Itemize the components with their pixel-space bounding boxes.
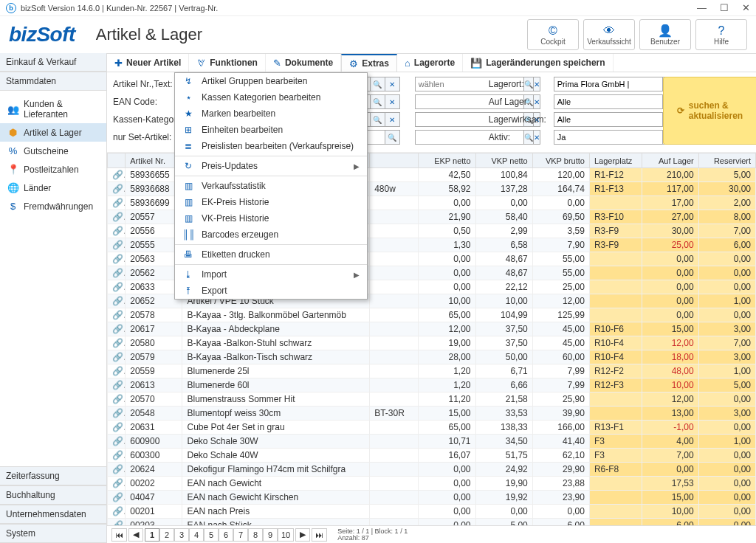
menu-item[interactable]: ▥Verkaufsstatistik bbox=[175, 178, 367, 194]
cell-lagerplatz[interactable]: R10-F4 bbox=[589, 350, 642, 364]
cell-auflager[interactable]: 6,00 bbox=[642, 519, 698, 526]
cell-lagerplatz[interactable]: R3-F9 bbox=[589, 224, 642, 238]
menu-item[interactable]: ↯Artikel Gruppen bearbeiten bbox=[175, 73, 367, 89]
cell-auflager[interactable]: 4,00 bbox=[642, 435, 698, 449]
cell-auflager[interactable]: 10,00 bbox=[642, 505, 698, 519]
benutzer-button[interactable]: 👤Benutzer bbox=[639, 19, 691, 50]
cell-lagerplatz[interactable] bbox=[589, 196, 642, 210]
col-ekp[interactable]: EKP netto bbox=[419, 153, 475, 168]
menu-item[interactable]: 🖶Etiketten drucken bbox=[175, 246, 367, 263]
sidebar-group-einkauf[interactable]: Einkauf & Verkauf bbox=[0, 53, 106, 72]
sidebar-item-artikel[interactable]: ⬢Artikel & Lager bbox=[0, 123, 106, 142]
table-row[interactable]: 🔗20580B-Kayaa -Balkon-Stuhl schwarz19,00… bbox=[108, 336, 756, 350]
cell-auflager[interactable]: 0,00 bbox=[642, 280, 698, 294]
cell-auflager[interactable]: 13,00 bbox=[642, 407, 698, 421]
cell-reserviert[interactable]: 6,00 bbox=[698, 238, 755, 252]
table-row[interactable]: 🔗20617B-Kayaa - Abdeckplane12,0037,5045,… bbox=[108, 322, 756, 336]
cell-reserviert[interactable]: 7,00 bbox=[698, 336, 755, 350]
cell-lagerplatz[interactable]: R6-F8 bbox=[589, 463, 642, 477]
cell-lagerplatz[interactable]: R12-F3 bbox=[589, 378, 642, 392]
col-icon[interactable] bbox=[108, 153, 126, 168]
cell-lagerplatz[interactable]: R1-F13 bbox=[589, 182, 642, 196]
cell-auflager[interactable]: 12,00 bbox=[642, 336, 698, 350]
cell-lagerplatz[interactable] bbox=[589, 491, 642, 505]
col-reserviert[interactable]: Reserviert bbox=[698, 153, 755, 168]
pager-prev[interactable]: ◀ bbox=[128, 528, 143, 542]
cell-lagerplatz[interactable]: F3 bbox=[589, 435, 642, 449]
cell-auflager[interactable]: 10,00 bbox=[642, 378, 698, 392]
minimize-button[interactable]: — bbox=[697, 2, 707, 13]
cell-auflager[interactable]: 48,00 bbox=[642, 364, 698, 378]
cell-lagerplatz[interactable] bbox=[589, 280, 642, 294]
pager-page[interactable]: 7 bbox=[233, 528, 248, 542]
cell-reserviert[interactable]: 0,00 bbox=[698, 463, 755, 477]
cell-lagerplatz[interactable]: R10-F4 bbox=[589, 336, 642, 350]
clear-icon[interactable]: ✕ bbox=[385, 77, 400, 91]
search-icon[interactable]: 🔍 bbox=[371, 94, 385, 109]
cell-reserviert[interactable]: 0,00 bbox=[698, 477, 755, 491]
sidebar-item-kunden[interactable]: 👥Kunden & Lieferanten bbox=[0, 95, 106, 123]
cell-auflager[interactable]: 0,00 bbox=[642, 463, 698, 477]
sidebar-group-buchhaltung[interactable]: Buchhaltung bbox=[0, 485, 106, 505]
cell-reserviert[interactable]: 2,00 bbox=[698, 196, 755, 210]
table-row[interactable]: 🔗600300Deko Schale 40W16,0751,7562,10F37… bbox=[108, 449, 756, 463]
menu-item[interactable]: ⭳Import▶ bbox=[175, 266, 367, 283]
clear-icon[interactable]: ✕ bbox=[385, 112, 400, 127]
cell-reserviert[interactable]: 0,00 bbox=[698, 252, 755, 266]
cell-auflager[interactable]: 117,00 bbox=[642, 182, 698, 196]
pager-page[interactable]: 1 bbox=[145, 528, 159, 542]
menu-item[interactable]: ≣Preislisten bearbeiten (Verkaufspreise) bbox=[175, 138, 367, 154]
cell-lagerplatz[interactable] bbox=[589, 477, 642, 491]
extras-button[interactable]: ⚙Extras bbox=[341, 54, 397, 72]
menu-item[interactable]: ⊞Einheiten bearbeiten bbox=[175, 122, 367, 138]
pager-page[interactable]: 2 bbox=[159, 528, 174, 542]
cell-auflager[interactable]: 0,00 bbox=[642, 252, 698, 266]
input-auflager[interactable] bbox=[554, 94, 663, 109]
cell-lagerplatz[interactable]: R3-F10 bbox=[589, 210, 642, 224]
sidebar-item-plz[interactable]: 📍Postleitzahlen bbox=[0, 160, 106, 179]
cell-auflager[interactable]: 17,53 bbox=[642, 477, 698, 491]
cell-auflager[interactable]: 18,00 bbox=[642, 350, 698, 364]
menu-item[interactable]: ▥EK-Preis Historie bbox=[175, 194, 367, 210]
pager-page[interactable]: 3 bbox=[174, 528, 189, 542]
cell-lagerplatz[interactable]: R12-F2 bbox=[589, 364, 642, 378]
cell-reserviert[interactable]: 0,00 bbox=[698, 280, 755, 294]
table-row[interactable]: 🔗20559Blumenerde 25l1,206,717,99R12-F248… bbox=[108, 364, 756, 378]
table-row[interactable]: 🔗00203EAN nach Stück0,005,006,006,000,00 bbox=[108, 519, 756, 526]
cell-lagerplatz[interactable]: R3-F9 bbox=[589, 238, 642, 252]
col-extra[interactable] bbox=[370, 153, 419, 168]
cell-auflager[interactable]: 0,00 bbox=[642, 294, 698, 308]
verkaufssicht-button[interactable]: 👁Verkaufssicht bbox=[583, 19, 635, 50]
cell-reserviert[interactable]: 8,00 bbox=[698, 210, 755, 224]
cell-auflager[interactable]: 12,00 bbox=[642, 392, 698, 407]
table-row[interactable]: 🔗20624Dekofigur Flamingo H74cm mit Schil… bbox=[108, 463, 756, 477]
menu-item[interactable]: ⭱Export bbox=[175, 283, 367, 299]
table-row[interactable]: 🔗00202EAN nach Gewicht0,0019,9023,8817,5… bbox=[108, 477, 756, 491]
cell-lagerplatz[interactable] bbox=[589, 266, 642, 280]
cell-auflager[interactable]: 0,00 bbox=[642, 266, 698, 280]
speichern-button[interactable]: 💾Lageränderungen speichern bbox=[463, 54, 613, 72]
col-vkp[interactable]: VKP netto bbox=[475, 153, 532, 168]
input-lagerwirksam[interactable] bbox=[554, 112, 663, 127]
cell-reserviert[interactable]: 5,00 bbox=[698, 168, 755, 182]
cell-reserviert[interactable]: 3,00 bbox=[698, 322, 755, 336]
cell-auflager[interactable]: 210,00 bbox=[642, 168, 698, 182]
cell-auflager[interactable]: -1,00 bbox=[642, 421, 698, 435]
cell-lagerplatz[interactable] bbox=[589, 392, 642, 407]
table-row[interactable]: 🔗00201EAN nach Preis0,000,000,0010,000,0… bbox=[108, 505, 756, 519]
cell-lagerplatz[interactable] bbox=[589, 505, 642, 519]
lagerorte-button[interactable]: ⌂Lagerorte bbox=[397, 54, 463, 72]
pager-page[interactable]: 5 bbox=[204, 528, 219, 542]
cell-auflager[interactable]: 0,00 bbox=[642, 308, 698, 322]
cell-auflager[interactable]: 15,00 bbox=[642, 491, 698, 505]
pager-page[interactable]: 9 bbox=[263, 528, 278, 542]
funktionen-button[interactable]: ⩔Funktionen bbox=[189, 54, 266, 72]
cell-lagerplatz[interactable]: R10-F6 bbox=[589, 322, 642, 336]
pager-page[interactable]: 4 bbox=[189, 528, 204, 542]
sidebar-group-unternehmen[interactable]: Unternehmensdaten bbox=[0, 505, 106, 524]
cell-reserviert[interactable]: 0,00 bbox=[698, 505, 755, 519]
cell-reserviert[interactable]: 0,00 bbox=[698, 449, 755, 463]
table-row[interactable]: 🔗20570Blumenstrauss Sommer Hit11,2021,58… bbox=[108, 392, 756, 407]
pager-page[interactable]: 8 bbox=[248, 528, 263, 542]
pager-next[interactable]: ▶ bbox=[295, 528, 310, 542]
